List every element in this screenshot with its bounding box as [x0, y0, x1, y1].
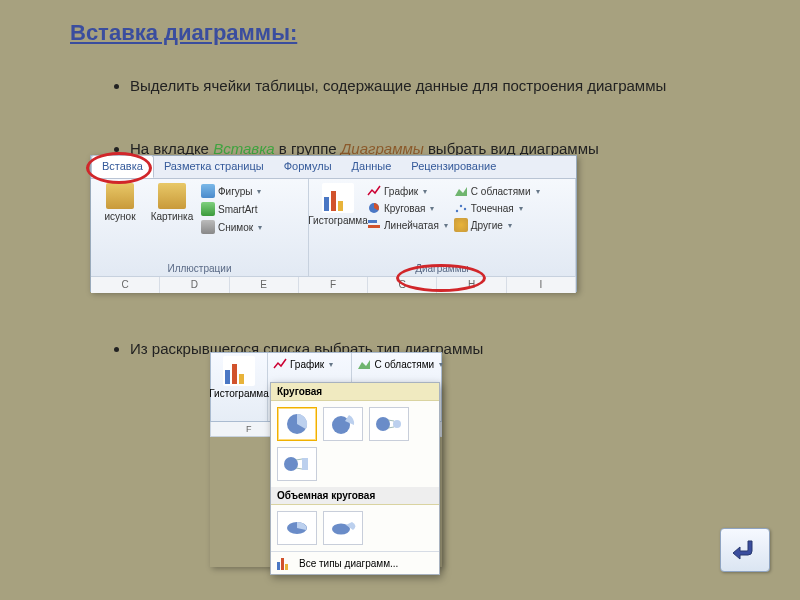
- smartart-button[interactable]: SmartArt: [201, 202, 262, 216]
- all-chart-types-button[interactable]: Все типы диаграмм...: [271, 551, 439, 574]
- shapes-button[interactable]: Фигуры: [201, 184, 262, 198]
- all-types-icon: [277, 556, 293, 570]
- tab-page-layout[interactable]: Разметка страницы: [154, 156, 274, 178]
- ribbon-tabs: Вставка Разметка страницы Формулы Данные…: [91, 156, 576, 179]
- pie-2d-option[interactable]: [277, 407, 317, 441]
- svg-line-19: [296, 468, 302, 469]
- pie-3d-exploded-option[interactable]: [323, 511, 363, 545]
- shapes-icon: [201, 184, 215, 198]
- pie-of-pie-option[interactable]: [369, 407, 409, 441]
- svg-point-4: [460, 205, 462, 207]
- screenshot-icon: [201, 220, 215, 234]
- svg-line-18: [296, 459, 302, 460]
- screenshot-button[interactable]: Снимок: [201, 220, 262, 234]
- pie-3d-option[interactable]: [277, 511, 317, 545]
- pie-chart-icon: [367, 201, 381, 215]
- tab-data[interactable]: Данные: [342, 156, 402, 178]
- pie-dropdown-panel: Круговая Объемная круговая: [270, 382, 440, 575]
- histogram-button[interactable]: Гистограмма: [315, 183, 361, 226]
- tab-review[interactable]: Рецензирование: [401, 156, 506, 178]
- return-arrow-icon: [730, 537, 760, 563]
- area-chart-icon: [454, 184, 468, 198]
- svg-point-13: [393, 420, 401, 428]
- picture-icon: [106, 183, 134, 209]
- svg-point-12: [376, 417, 390, 431]
- pie-chart-button[interactable]: Круговая: [367, 201, 448, 215]
- pie-exploded-option[interactable]: [323, 407, 363, 441]
- svg-point-3: [456, 210, 458, 212]
- section-3d-pie: Объемная круговая: [271, 487, 439, 505]
- svg-point-5: [464, 208, 466, 210]
- picture-button[interactable]: исунок: [97, 183, 143, 222]
- bar-of-pie-option[interactable]: [277, 447, 317, 481]
- slide-title: Вставка диаграммы:: [70, 20, 297, 46]
- bar-chart-icon: [367, 218, 381, 232]
- section-pie: Круговая: [271, 383, 439, 401]
- smartart-icon: [201, 202, 215, 216]
- group-label-charts: Диаграммы: [315, 263, 569, 274]
- dd-histogram-button[interactable]: Гистограмма: [216, 356, 262, 399]
- dropdown-screenshot: Гистограмма График Круговая С областями …: [210, 352, 442, 567]
- back-button[interactable]: [720, 528, 770, 572]
- line-chart-icon: [273, 357, 287, 371]
- scatter-chart-button[interactable]: Точечная: [454, 201, 540, 215]
- column-headers: C D E F G H I: [91, 276, 576, 293]
- other-charts-icon: [454, 218, 468, 232]
- line-chart-button[interactable]: График: [367, 184, 448, 198]
- scatter-chart-icon: [454, 201, 468, 215]
- group-label-illustrations: Иллюстрации: [97, 263, 302, 274]
- bar-chart-button[interactable]: Линейчатая: [367, 218, 448, 232]
- area-chart-icon: [357, 357, 371, 371]
- svg-rect-1: [368, 220, 377, 223]
- group-illustrations: исунок Картинка Фигуры SmartArt: [91, 179, 309, 276]
- dd-area-button[interactable]: С областями: [357, 357, 443, 371]
- group-charts: Гистограмма График Круговая: [309, 179, 576, 276]
- dd-line-button[interactable]: График: [273, 357, 346, 371]
- other-charts-button[interactable]: Другие: [454, 218, 540, 232]
- svg-rect-17: [302, 458, 308, 470]
- ribbon-screenshot: Вставка Разметка страницы Формулы Данные…: [90, 155, 577, 292]
- clipart-icon: [158, 183, 186, 209]
- clipart-button[interactable]: Картинка: [149, 183, 195, 222]
- svg-point-16: [284, 457, 298, 471]
- svg-rect-2: [368, 225, 380, 228]
- line-chart-icon: [367, 184, 381, 198]
- area-chart-button[interactable]: С областями: [454, 184, 540, 198]
- tab-insert[interactable]: Вставка: [91, 155, 154, 178]
- bullet-1: Выделить ячейки таблицы, содержащие данн…: [130, 77, 770, 94]
- tab-formulas[interactable]: Формулы: [274, 156, 342, 178]
